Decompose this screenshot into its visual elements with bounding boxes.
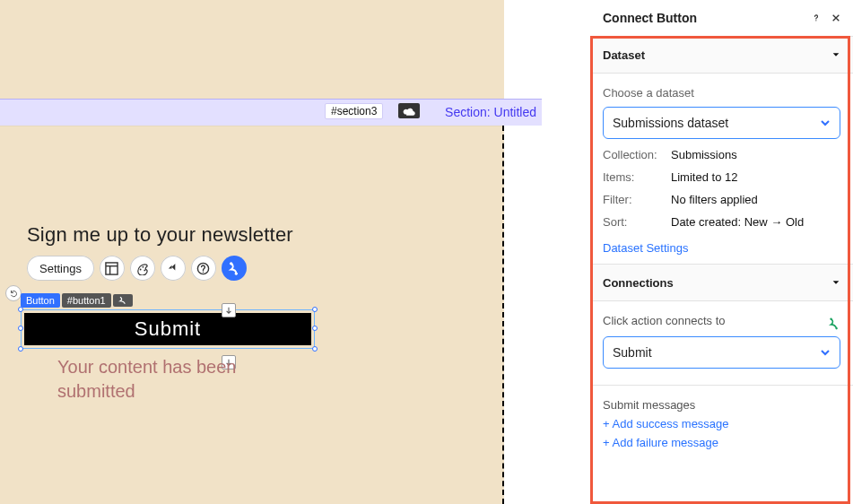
attach-above-handle[interactable] — [222, 303, 236, 317]
undo-icon[interactable] — [5, 285, 22, 301]
selected-element[interactable]: Button #button1 Submit — [21, 293, 321, 349]
click-action-label: Click action connects to — [603, 314, 726, 327]
dataset-section-header[interactable]: Dataset — [590, 36, 853, 74]
chevron-down-icon — [820, 117, 831, 128]
click-action-select[interactable]: Submit — [603, 336, 840, 369]
element-type-chip: Button — [21, 293, 60, 308]
design-icon[interactable] — [130, 256, 155, 281]
layout-icon[interactable] — [100, 256, 125, 281]
svg-point-10 — [815, 20, 816, 21]
section-divider-dashed — [502, 126, 504, 504]
add-success-message-link[interactable]: + Add success message — [603, 417, 840, 430]
svg-point-8 — [231, 262, 232, 264]
submit-messages-label: Submit messages — [603, 398, 695, 412]
svg-point-12 — [835, 327, 837, 329]
help-icon[interactable] — [191, 256, 216, 281]
connections-heading: Connections — [603, 276, 674, 290]
chevron-down-icon — [820, 347, 831, 358]
collection-label: Collection: — [603, 148, 671, 161]
svg-point-11 — [830, 318, 831, 320]
settings-button[interactable]: Settings — [27, 256, 94, 281]
sort-value: Date created: New → Old — [671, 215, 804, 229]
section-band[interactable]: Section: Untitled — [0, 99, 542, 126]
element-data-chip-icon — [113, 294, 133, 307]
items-value: Limited to 12 — [671, 170, 737, 184]
panel-title: Connect Button — [603, 11, 697, 25]
add-failure-message-link[interactable]: + Add failure message — [603, 436, 840, 449]
dataset-heading: Dataset — [603, 48, 645, 62]
editor-canvas[interactable]: Section: Untitled #section3 Sign me up t… — [0, 0, 590, 504]
connect-panel: Connect Button Dataset Choose a dataset … — [590, 0, 853, 504]
cloud-icon — [398, 103, 420, 118]
element-toolbar: Settings — [27, 256, 247, 281]
connections-section-header[interactable]: Connections — [590, 264, 853, 301]
click-action-value: Submit — [613, 345, 652, 360]
dataset-select-value: Submissions dataset — [613, 116, 728, 130]
page-background — [0, 0, 504, 504]
section-id-chip[interactable]: #section3 — [325, 103, 383, 119]
choose-dataset-label: Choose a dataset — [603, 86, 840, 100]
dataset-select[interactable]: Submissions dataset — [603, 107, 840, 139]
panel-help-icon[interactable] — [812, 11, 821, 25]
caret-down-icon — [831, 48, 840, 62]
items-label: Items: — [603, 170, 671, 184]
close-icon[interactable] — [831, 11, 840, 25]
success-message-text: Your content has been submitted — [57, 355, 291, 404]
filter-value: No filters applied — [671, 193, 758, 206]
section-label[interactable]: Section: Untitled — [445, 105, 536, 119]
selection-outline[interactable]: Submit — [21, 309, 315, 349]
element-id-chip: #button1 — [62, 293, 111, 308]
svg-point-9 — [236, 272, 238, 274]
data-binding-icon[interactable] — [222, 256, 247, 281]
svg-point-7 — [203, 271, 205, 273]
svg-point-3 — [140, 268, 142, 270]
collection-value: Submissions — [671, 148, 737, 161]
submit-button[interactable]: Submit — [24, 313, 311, 345]
dataset-settings-link[interactable]: Dataset Settings — [603, 241, 688, 255]
sort-label: Sort: — [603, 215, 671, 229]
caret-down-icon — [831, 276, 840, 290]
svg-rect-0 — [106, 262, 118, 274]
newsletter-heading: Sign me up to your newsletter — [27, 223, 293, 247]
filter-label: Filter: — [603, 193, 671, 206]
animation-icon[interactable] — [161, 256, 186, 281]
svg-point-5 — [144, 269, 146, 271]
connection-icon — [828, 317, 840, 333]
svg-point-4 — [143, 265, 144, 267]
